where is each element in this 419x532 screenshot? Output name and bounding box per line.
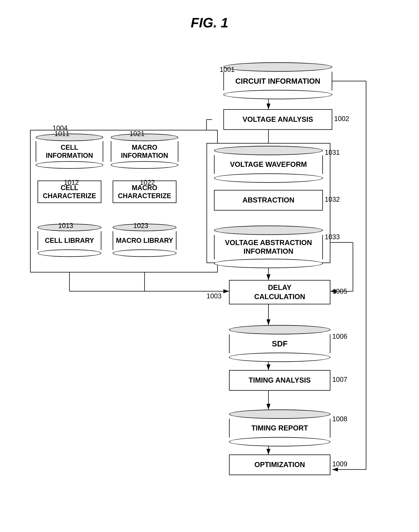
label-1012: 1012: [64, 179, 79, 187]
label-1032: 1032: [325, 196, 340, 203]
macro-library-label: MACRO LIBRARY: [116, 236, 173, 244]
label-1021: 1021: [130, 130, 144, 138]
ci-bottom: [36, 161, 103, 169]
delay-calc-node: DELAYCALCULATION: [229, 280, 330, 304]
label-1033: 1033: [325, 233, 340, 241]
optimization-node: OPTIMIZATION: [229, 455, 330, 475]
tr-body: TIMING REPORT: [229, 419, 330, 438]
label-1002: 1002: [334, 115, 349, 123]
label-1011: 1011: [54, 130, 69, 138]
circuit-info-node: CIRCUIT INFORMATION: [223, 62, 332, 99]
cl-bottom: [38, 249, 101, 257]
sdf-node: SDF: [229, 325, 330, 362]
page-title: FIG. 1: [0, 0, 419, 38]
ml-body: MACRO LIBRARY: [113, 231, 176, 250]
label-1001: 1001: [220, 66, 235, 74]
abstraction-label: ABSTRACTION: [243, 196, 295, 204]
label-1006: 1006: [332, 332, 347, 340]
circuit-info-label: CIRCUIT INFORMATION: [236, 76, 320, 86]
circuit-info-bottom: [223, 90, 332, 99]
sdf-bottom: [229, 353, 330, 362]
cell-info-node: CELLINFORMATION: [36, 134, 103, 169]
cell-info-label: CELLINFORMATION: [46, 143, 93, 160]
voltage-waveform-node: VOLTAGE WAVEFORM: [214, 146, 323, 183]
timing-analysis-node: TIMING ANALYSIS: [229, 370, 330, 391]
optimization-label: OPTIMIZATION: [254, 460, 305, 469]
label-1008: 1008: [332, 415, 347, 423]
tr-top: [229, 409, 330, 419]
macro-info-node: MACROINFORMATION: [111, 134, 178, 169]
timing-report-label: TIMING REPORT: [251, 424, 308, 432]
label-1007: 1007: [332, 376, 347, 384]
sdf-label: SDF: [272, 339, 288, 348]
label-1013: 1013: [58, 222, 73, 230]
tr-bottom: [229, 437, 330, 446]
voltage-abstraction-label: VOLTAGE ABSTRACTIONINFORMATION: [225, 239, 312, 256]
vw-bottom: [214, 173, 323, 183]
abstraction-node: ABSTRACTION: [214, 190, 323, 211]
sdf-body: SDF: [229, 334, 330, 353]
voltage-abstraction-node: VOLTAGE ABSTRACTIONINFORMATION: [214, 226, 323, 268]
ml-bottom: [113, 249, 176, 257]
vai-body: VOLTAGE ABSTRACTIONINFORMATION: [214, 235, 323, 259]
vw-top: [214, 146, 323, 155]
voltage-waveform-label: VOLTAGE WAVEFORM: [230, 160, 307, 169]
vai-bottom: [214, 259, 323, 268]
timing-analysis-label: TIMING ANALYSIS: [249, 376, 311, 385]
label-1009: 1009: [332, 460, 347, 468]
ci-body: CELLINFORMATION: [36, 141, 103, 162]
circuit-info-body: CIRCUIT INFORMATION: [223, 72, 332, 90]
label-1022: 1022: [140, 179, 155, 187]
label-1031: 1031: [325, 149, 340, 156]
arrows-svg: [0, 38, 419, 526]
mi-bottom: [111, 161, 178, 169]
voltage-analysis-node: VOLTAGE ANALYSIS: [223, 109, 332, 130]
voltage-analysis-label: VOLTAGE ANALYSIS: [243, 115, 313, 124]
label-1023: 1023: [133, 222, 148, 230]
label-1003: 1003: [207, 292, 222, 300]
timing-report-node: TIMING REPORT: [229, 409, 330, 446]
mi-body: MACROINFORMATION: [111, 141, 178, 162]
cell-library-label: CELL LIBRARY: [45, 236, 94, 244]
vw-body: VOLTAGE WAVEFORM: [214, 155, 323, 174]
sdf-top: [229, 325, 330, 334]
macro-info-label: MACROINFORMATION: [121, 143, 168, 160]
diagram: 1004 CIRCUIT INFORMATION 1001 VOLTAGE AN…: [0, 38, 419, 526]
delay-calc-label: DELAYCALCULATION: [254, 283, 305, 302]
circuit-info-top: [223, 62, 332, 72]
cl-body: CELL LIBRARY: [38, 231, 101, 250]
label-1005: 1005: [332, 288, 347, 295]
vai-top: [214, 226, 323, 235]
